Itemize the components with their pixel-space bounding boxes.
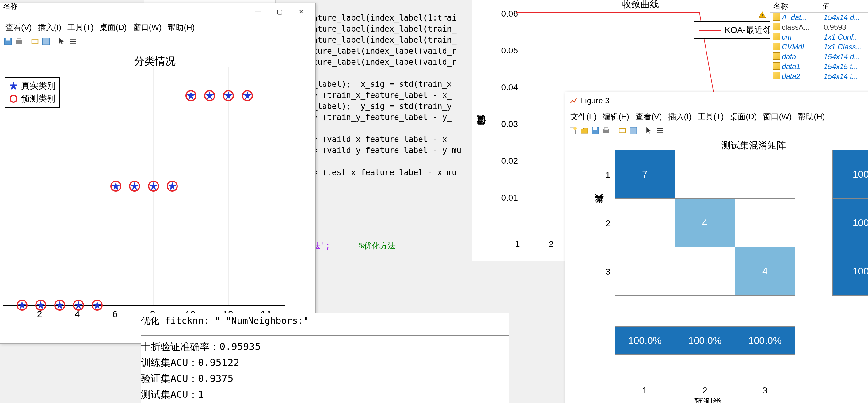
code-editor-snippet: ature_label(index_label(1:trai ature_lab… <box>313 12 472 178</box>
menu-window[interactable]: 窗口(W) <box>761 111 794 123</box>
svg-rect-34 <box>657 131 663 131</box>
real-marker <box>205 91 215 100</box>
real-marker <box>167 181 177 191</box>
minimize-button[interactable]: — <box>247 5 269 18</box>
column-header-name: 名称 <box>3 1 18 11</box>
svg-rect-31 <box>619 128 625 133</box>
matlab-icon <box>569 96 578 105</box>
close-button[interactable]: ✕ <box>290 5 312 18</box>
svg-rect-4 <box>17 38 21 41</box>
svg-marker-14 <box>93 301 101 309</box>
menu-view[interactable]: 查看(V) <box>3 22 34 33</box>
cm-cell-1-1: 7 <box>615 150 675 198</box>
workspace-row[interactable]: cm1x1 Conf... <box>770 32 868 42</box>
real-marker <box>242 91 252 100</box>
cm-cell-1-2 <box>675 150 735 198</box>
col-name[interactable]: 名称 <box>770 0 819 12</box>
menu-list-icon[interactable] <box>68 37 78 46</box>
xtick: 4 <box>75 309 80 319</box>
legend-line-icon <box>699 30 720 31</box>
figure-1-window: — ▢ ✕ 查看(V) 插入(I) 工具(T) 桌面(D) 窗口(W) 帮助(H… <box>0 3 316 344</box>
svg-marker-13 <box>74 301 83 309</box>
pointer-icon[interactable] <box>645 126 654 135</box>
workspace-row[interactable]: A_dat...154x14 d... <box>770 12 868 22</box>
svg-marker-16 <box>130 182 139 190</box>
workspace-row[interactable]: classA...0.9593 <box>770 22 868 32</box>
cm-cell-2-1 <box>615 198 675 247</box>
menu-tools[interactable]: 工具(T) <box>65 22 96 33</box>
variable-icon <box>773 72 780 80</box>
workspace-row[interactable]: data154x14 d... <box>770 52 868 62</box>
workspace-row[interactable]: CVMdl1x1 Class... <box>770 42 868 52</box>
figure-1-titlebar: — ▢ ✕ <box>0 3 315 20</box>
confusion-row-percent: 100.0% 100.0% 100.0% <box>832 150 868 296</box>
open-icon[interactable] <box>580 126 589 135</box>
menu-help[interactable]: 帮助(H) <box>165 22 197 33</box>
ytick: 0.03 <box>501 119 518 129</box>
real-marker <box>55 300 65 310</box>
star-icon <box>9 81 18 90</box>
var-name: cm <box>782 33 824 41</box>
menu-list-icon[interactable] <box>656 126 665 135</box>
print-icon[interactable] <box>602 126 611 135</box>
var-value: 1x1 Class... <box>824 42 866 51</box>
var-name: data <box>782 53 824 61</box>
svg-marker-21 <box>224 91 232 100</box>
new-icon[interactable] <box>568 126 578 135</box>
menu-desktop[interactable]: 桌面(D) <box>727 111 759 123</box>
variable-icon <box>773 33 780 40</box>
ytick: 0.02 <box>501 156 518 166</box>
cm-cell-3-2 <box>675 247 735 295</box>
row-pct-2: 100.0% <box>832 198 868 247</box>
real-marker <box>186 91 196 100</box>
rect-icon[interactable] <box>30 37 39 46</box>
menu-tools[interactable]: 工具(T) <box>695 111 726 123</box>
legend-real-label: 真实类别 <box>21 80 56 92</box>
save-icon[interactable] <box>591 126 600 135</box>
var-name: CVMdl <box>782 42 824 51</box>
ytick: 0.01 <box>501 193 518 203</box>
menu-desktop[interactable]: 桌面(D) <box>97 22 129 33</box>
svg-marker-10 <box>18 301 26 309</box>
menu-edit[interactable]: 编辑(E) <box>600 111 632 123</box>
variable-icon <box>773 42 780 50</box>
svg-marker-12 <box>56 301 64 309</box>
ytick: 0.05 <box>501 46 518 56</box>
svg-rect-7 <box>70 39 76 39</box>
figure-3-content: 测试集混淆矩阵 7 4 4 100.0% 100.0% 100.0% 100.0… <box>565 137 868 403</box>
col-label-1: 1 <box>642 385 647 396</box>
xtick: 1 <box>515 239 520 249</box>
variable-icon <box>773 13 780 21</box>
workspace-row[interactable]: data2154x14 t... <box>770 71 868 81</box>
axes-icon[interactable] <box>41 37 51 46</box>
svg-marker-15 <box>112 182 120 190</box>
maximize-button[interactable]: ▢ <box>269 5 290 18</box>
svg-point-26 <box>574 127 577 130</box>
menu-help[interactable]: 帮助(H) <box>795 111 827 123</box>
svg-marker-22 <box>243 91 252 100</box>
workspace-row[interactable]: data1154x15 t... <box>770 62 868 71</box>
svg-rect-33 <box>657 128 663 129</box>
menu-window[interactable]: 窗口(W) <box>130 22 164 33</box>
real-marker <box>17 300 27 310</box>
output-line-1: 十折验证准确率：0.95935 <box>141 339 509 354</box>
menu-insert[interactable]: 插入(I) <box>666 111 694 123</box>
figure-3-titlebar: Figure 3 — ▢ ✕ <box>565 92 868 110</box>
col-value[interactable]: 值 <box>819 0 868 12</box>
cm-cell-2-2: 4 <box>675 198 735 247</box>
figure-1-legend[interactable]: 真实类别 预测类别 <box>5 77 60 108</box>
output-line-2: 训练集ACU：0.95122 <box>141 354 509 371</box>
pointer-icon[interactable] <box>57 37 66 46</box>
axes-icon[interactable] <box>629 126 638 135</box>
menu-file[interactable]: 文件(F) <box>568 111 599 123</box>
rect-icon[interactable] <box>618 126 627 135</box>
menu-view[interactable]: 查看(V) <box>633 111 664 123</box>
save-icon[interactable] <box>3 37 12 46</box>
confusion-col-percent: 100.0% 100.0% 100.0% <box>615 326 795 382</box>
col-label-2: 2 <box>702 385 707 396</box>
var-value: 154x15 t... <box>824 62 866 71</box>
svg-marker-11 <box>36 301 45 309</box>
menu-insert[interactable]: 插入(I) <box>36 22 64 33</box>
print-icon[interactable] <box>14 37 24 46</box>
svg-marker-17 <box>149 182 158 190</box>
